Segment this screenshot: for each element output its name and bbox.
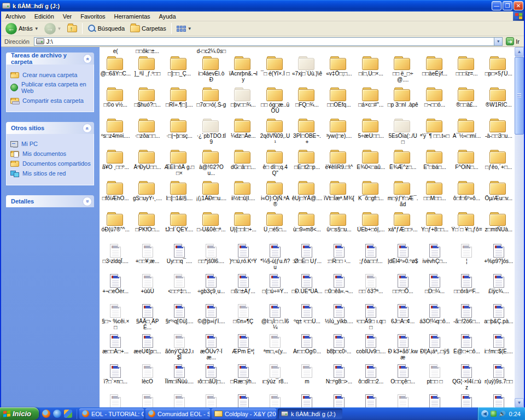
file-item[interactable]: ï?□`×n□... [100, 362, 131, 392]
close-button[interactable]: ✕ [514, 1, 523, 10]
file-item[interactable]: @l□¡Î□ □.Î6¼ [259, 302, 291, 332]
folder-item[interactable]: i«Ô}:ÒjÑ.ªÁ® [259, 179, 291, 211]
file-item[interactable]: Ùy□□q¯.... [164, 242, 195, 272]
file-item[interactable] [228, 392, 259, 407]
file-item[interactable]: □0□êâ«.¬... [323, 272, 355, 302]
folder-item[interactable]: □□ ë_□÷@.... [387, 55, 418, 86]
file-item[interactable]: Ðl¦À¡áª,.□ÿ§ [419, 332, 451, 362]
up-button[interactable]: ↑ [65, 24, 79, 33]
folder-item[interactable]: Ú|{□□I□+... [228, 211, 259, 242]
folder-item[interactable]: ®W1RIC... [483, 86, 515, 117]
sidebar-item-publish-web[interactable]: Publicar esta carpeta en Web [10, 81, 92, 94]
file-item[interactable]: m [291, 362, 323, 392]
folder-item[interactable]: ù□9»m8<... [291, 211, 323, 242]
taskbar-task-1[interactable]: EOL - TUTORIAL: Co... [79, 409, 144, 419]
file-item[interactable] [451, 47, 482, 55]
folder-item[interactable]: ·¿`pbTDÒ.tÎ9 [195, 117, 227, 148]
file-item[interactable]: æeÙ¢[p□... [131, 332, 163, 362]
folder-item[interactable]: -à-□□3□u... [483, 117, 515, 148]
file-item[interactable]: ı□ÿúz¯r8... [259, 362, 291, 392]
scroll-down-icon[interactable]: ▼ [515, 398, 524, 407]
vertical-scrollbar[interactable]: ▲ ▼ [515, 47, 524, 407]
menu-archivo[interactable]: Archivo [1, 12, 30, 21]
menu-favoritos[interactable]: Favoritos [76, 12, 109, 21]
internet-icon[interactable] [53, 410, 61, 418]
folder-item[interactable]: K¯õ□gf□... [355, 179, 387, 211]
folder-item[interactable]: □í□,Ú□×... [355, 55, 387, 86]
firefox-icon[interactable] [42, 410, 50, 418]
folder-item[interactable]: □□□ïz=... [451, 55, 482, 86]
file-item[interactable]: □□*jš0l6.... [195, 242, 227, 272]
panel-other-places-header[interactable]: Otros sitios « [6, 122, 94, 134]
maximize-button[interactable]: ❐ [503, 1, 512, 10]
file-item[interactable]: b8þ□c0¹... [323, 332, 355, 362]
folder-item[interactable]: □]□□_Ç... [164, 55, 195, 86]
file-item[interactable]: ivèvhÇ□... [419, 242, 451, 272]
file-item[interactable]: :□R□□ ¹... [323, 242, 355, 272]
file-item[interactable]: □D□¼... [419, 272, 451, 302]
folder-item[interactable]: m□ýƒÝ□Æ¯. ãd [387, 179, 418, 211]
folder-item[interactable]: ª'ÿ¯¶ □□.t«□ [419, 117, 451, 148]
folder-item[interactable]: □-Ú&0ê□ª... [195, 211, 227, 242]
folder-item[interactable]: ÙEb+□ó|,... [355, 211, 387, 242]
folder-item[interactable]: @□6ãY□C... [100, 55, 131, 86]
folder-item[interactable]: ºs□z4m¤i.... [100, 117, 131, 148]
file-item[interactable] [164, 392, 195, 407]
taskbar-task-4-active[interactable]: k ßÀM□hdï g (J:) [278, 409, 342, 419]
folder-item[interactable]: à@!©2?Ôu... [195, 148, 227, 179]
folder-item[interactable]: □PKfÔ□... [131, 211, 163, 242]
file-item[interactable]: -ã□!2ö6□... [451, 302, 482, 332]
file-item[interactable]: §□~ %cêi.× □ [100, 302, 131, 332]
folder-item[interactable]: ]_³\Í ¸ƒ.º□□ [131, 55, 163, 86]
sidebar-item-my-pc[interactable]: Mi PC [10, 141, 92, 147]
folder-item[interactable]: □RÌ».¶□].... [164, 86, 195, 117]
file-item[interactable]: r(uý)9s.7□□ [483, 362, 515, 392]
file-item[interactable]: lècÒ [131, 362, 163, 392]
folder-item[interactable]: i□4áevÈì.ò Ð [195, 55, 227, 86]
file-item[interactable]: æ□□Á□+... [100, 332, 131, 362]
panel-file-tasks-header[interactable]: Tareas de archivo y carpeta « [6, 52, 94, 65]
address-input[interactable]: J:\ ▼ [34, 37, 503, 46]
sidebar-item-shared-documents[interactable]: Documentos compartidos [10, 160, 92, 167]
folder-item[interactable]: Û¸□é5□... [259, 211, 291, 242]
file-item[interactable]: :Ø□É□ Uƒ... [291, 242, 323, 272]
file-item[interactable]: ıô□□ãÜ|□... [195, 362, 227, 392]
file-item[interactable]: ÏÎm□ïÑùú.... [164, 362, 195, 392]
folder-item[interactable]: □þv□□¾... [228, 86, 259, 117]
file-item[interactable] [164, 47, 195, 55]
folder-item[interactable]: Ý□´□ ¥□,ƒô= [451, 211, 482, 242]
file-item[interactable]: □□º□Õ... [387, 272, 418, 302]
folder-item[interactable]: □FQ□¾... [291, 86, 323, 117]
file-item[interactable]: d-□c2¼.0s□ [195, 47, 227, 55]
file-item[interactable] [259, 47, 291, 55]
file-item[interactable]: á3Ó!¼q□ô... [419, 302, 451, 332]
file-item[interactable] [419, 392, 451, 407]
folder-item[interactable]: ·□zða□□... [131, 117, 163, 148]
folder-item[interactable]: Y□ƒ+8□□... [419, 211, 451, 242]
file-item[interactable] [483, 392, 515, 407]
back-dropdown-icon[interactable]: ▼ [34, 26, 39, 31]
folder-item[interactable]: ïVt□Ïæª.M¾[ [323, 179, 355, 211]
file-item[interactable]: □□ôrâ¹ºF... [451, 272, 482, 302]
file-item[interactable]: |dËl4º»0.ºø$ [387, 242, 418, 272]
folder-item[interactable]: z□mtÑÚà... [483, 211, 515, 242]
file-item[interactable]: ©@þ»iƒÎ.... [195, 302, 227, 332]
file-item[interactable] [131, 392, 163, 407]
folder-item[interactable]: ³ywı¦□e).... [323, 117, 355, 148]
folder-item[interactable]: □7o□¹ó(.Š-g [195, 86, 227, 117]
address-dropdown-icon[interactable]: ▼ [494, 38, 502, 45]
file-item[interactable]: æÕÛv?·Îæ... [195, 332, 227, 362]
folder-item[interactable]: ÆÈÎ□ôÄ g.□□× [164, 148, 195, 179]
file-item[interactable]: □□´ô3?ª... [355, 272, 387, 302]
file-item[interactable]: pt□□ □ [419, 362, 451, 392]
file-item[interactable]: *¼§-ù|ƒu.ñ?u [259, 242, 291, 272]
folder-item[interactable]: □p□×5ƒÛ... [483, 55, 515, 86]
panel-details-header[interactable]: Detalles « [6, 195, 94, 207]
folder-item[interactable]: ô□f□6º»ô... [451, 179, 482, 211]
sidebar-item-new-folder[interactable]: Crear nueva carpeta [10, 71, 92, 78]
folder-item[interactable]: 5ÉsÕïa(:./Ú□ [387, 117, 418, 148]
file-item[interactable]: ãôný'Çã2J.ı$Î [164, 332, 195, 362]
file-item[interactable] [323, 47, 355, 55]
file-item[interactable]: ºq± ¹□□Û... [291, 302, 323, 332]
back-button[interactable]: ← Atrás ▼ [3, 22, 41, 36]
